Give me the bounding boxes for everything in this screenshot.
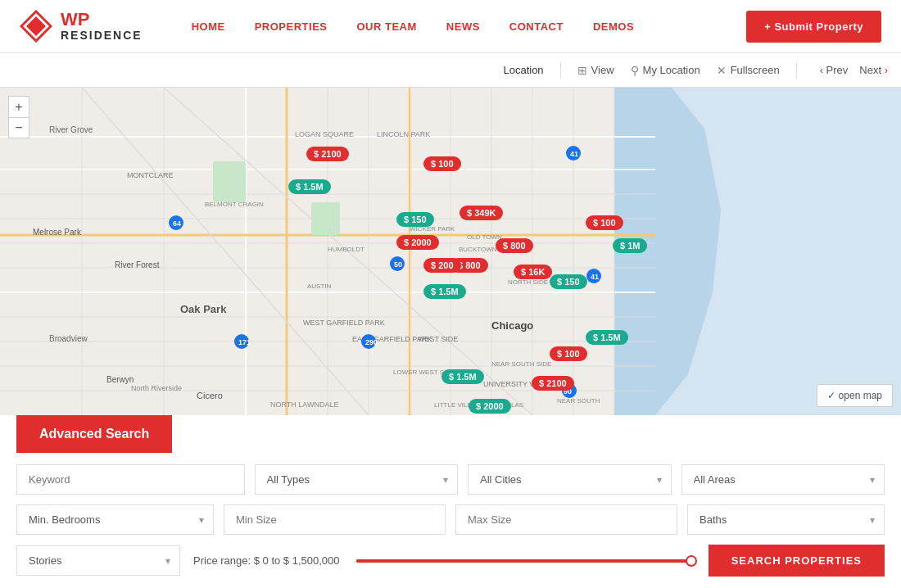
all-areas-wrapper: All Areas: [681, 464, 885, 495]
svg-text:NORTH SIDE: NORTH SIDE: [508, 278, 548, 286]
logo-icon: [20, 10, 52, 43]
svg-text:North Riverside: North Riverside: [131, 384, 182, 392]
svg-text:WEST GARFIELD PARK: WEST GARFIELD PARK: [303, 319, 385, 327]
prev-button[interactable]: ‹ Prev: [820, 64, 849, 76]
price-marker[interactable]: $ 2100: [532, 376, 574, 391]
price-marker[interactable]: $ 1.5M: [288, 179, 331, 194]
logo[interactable]: WP RESIDENCE: [20, 10, 143, 43]
all-cities-select[interactable]: All Cities: [468, 464, 672, 495]
all-types-wrapper: All Types: [255, 464, 459, 495]
svg-text:LOGAN SQUARE: LOGAN SQUARE: [295, 130, 354, 138]
svg-text:64: 64: [173, 219, 181, 228]
min-bedrooms-select[interactable]: Min. Bedrooms: [16, 504, 214, 535]
all-areas-select[interactable]: All Areas: [681, 464, 885, 495]
svg-text:AUSTIN: AUSTIN: [307, 283, 332, 290]
price-marker[interactable]: $ 100: [550, 346, 587, 361]
svg-text:HUMBOLDT: HUMBOLDT: [328, 246, 364, 253]
svg-text:River Forest: River Forest: [115, 260, 160, 269]
svg-text:BUCKTOWN: BUCKTOWN: [459, 246, 497, 253]
search-row-3: Stories Price range: $ 0 to $ 1,500,000 …: [16, 545, 885, 577]
keyword-input[interactable]: [16, 464, 245, 495]
fullscreen-button[interactable]: ✕ Fullscreen: [717, 64, 780, 77]
map-toolbar: Location ⊞ View ⚲ My Location ✕ Fullscre…: [0, 53, 901, 88]
search-row-1: All Types All Cities All Areas: [16, 464, 885, 495]
toolbar-divider-2: [796, 63, 797, 78]
svg-text:Broadview: Broadview: [49, 334, 88, 343]
logo-wp: WP: [61, 10, 143, 29]
my-location-button[interactable]: ⚲ My Location: [631, 64, 700, 77]
submit-property-button[interactable]: + Submit Property: [746, 11, 881, 43]
svg-text:Melrose Park: Melrose Park: [33, 228, 82, 237]
svg-rect-31: [213, 161, 246, 202]
fullscreen-icon: ✕: [717, 64, 727, 77]
svg-text:NEAR SOUTH: NEAR SOUTH: [557, 397, 600, 405]
search-panel: Advanced Search All Types All Cities All…: [0, 415, 901, 588]
price-marker[interactable]: $ 100: [423, 156, 461, 171]
price-range-label: Price range: $ 0 to $ 1,500,000: [193, 554, 340, 567]
price-marker[interactable]: $ 1.5M: [441, 369, 484, 384]
nav-home[interactable]: HOME: [192, 20, 225, 33]
next-button[interactable]: Next ›: [859, 64, 888, 76]
price-marker[interactable]: $ 1M: [613, 238, 647, 253]
search-row-2: Min. Bedrooms Baths: [16, 504, 885, 535]
baths-wrapper: Baths: [687, 504, 885, 535]
open-map-button[interactable]: ✓ open map: [817, 384, 893, 407]
logo-residence: RESIDENCE: [61, 29, 143, 42]
price-slider-track: [356, 559, 692, 563]
stories-select[interactable]: Stories: [16, 545, 180, 576]
svg-text:NEAR SOUTH SIDE: NEAR SOUTH SIDE: [491, 360, 551, 368]
svg-text:290: 290: [365, 338, 378, 346]
price-marker[interactable]: $ 1.5M: [423, 284, 466, 299]
svg-text:Chicago: Chicago: [491, 319, 533, 332]
min-size-input[interactable]: [224, 504, 446, 535]
svg-text:171: 171: [238, 338, 251, 346]
nav-contact[interactable]: CONTACT: [509, 20, 564, 33]
svg-rect-32: [311, 202, 340, 235]
svg-text:Oak Park: Oak Park: [180, 303, 227, 315]
map-container[interactable]: River Grove MONTCLARE BELMONT CRAGIN Mel…: [0, 88, 901, 415]
all-cities-wrapper: All Cities: [468, 464, 672, 495]
svg-text:41: 41: [591, 273, 599, 281]
svg-text:MONTCLARE: MONTCLARE: [127, 171, 174, 179]
main-nav: HOME PROPERTIES OUR TEAM NEWS CONTACT DE…: [192, 20, 746, 33]
nav-our-team[interactable]: OUR TEAM: [356, 20, 416, 33]
svg-text:50: 50: [394, 260, 402, 269]
price-marker[interactable]: $ 800: [496, 238, 533, 253]
svg-text:OLD TOWN: OLD TOWN: [467, 233, 502, 241]
header: WP RESIDENCE HOME PROPERTIES OUR TEAM NE…: [0, 0, 901, 53]
baths-select[interactable]: Baths: [687, 504, 885, 535]
price-slider-thumb[interactable]: [686, 555, 697, 567]
stories-wrapper: Stories: [16, 545, 180, 576]
price-marker[interactable]: $ 16K: [514, 265, 552, 279]
advanced-search-button[interactable]: Advanced Search: [16, 415, 172, 453]
breadcrumb-location: Location: [503, 64, 543, 76]
search-properties-button[interactable]: SEARCH PROPERTIES: [709, 545, 885, 577]
toolbar-divider: [560, 63, 561, 78]
zoom-out-button[interactable]: −: [8, 117, 29, 138]
price-slider[interactable]: [356, 559, 692, 563]
price-marker[interactable]: $ 2100: [306, 147, 349, 161]
svg-text:Berwyn: Berwyn: [106, 375, 134, 384]
price-marker[interactable]: $ 150: [396, 212, 434, 227]
view-button[interactable]: ⊞ View: [577, 64, 614, 77]
svg-text:LINCOLN PARK: LINCOLN PARK: [377, 130, 430, 138]
svg-text:BELMONT CRAGIN: BELMONT CRAGIN: [205, 201, 264, 208]
toolbar-nav: ‹ Prev Next ›: [820, 64, 888, 76]
map-controls: + −: [8, 96, 29, 138]
price-marker[interactable]: $ 200: [423, 258, 461, 273]
min-bedrooms-wrapper: Min. Bedrooms: [16, 504, 214, 535]
price-marker[interactable]: $ 1.5M: [586, 330, 628, 345]
nav-properties[interactable]: PROPERTIES: [255, 20, 328, 33]
nav-demos[interactable]: DEMOS: [593, 20, 634, 33]
price-marker[interactable]: $ 349K: [460, 206, 503, 220]
price-marker[interactable]: $ 2000: [469, 399, 511, 414]
zoom-in-button[interactable]: +: [8, 96, 29, 117]
svg-text:WEST SIDE: WEST SIDE: [418, 335, 458, 343]
price-marker[interactable]: $ 2000: [396, 235, 439, 250]
nav-news[interactable]: NEWS: [446, 20, 480, 33]
price-marker[interactable]: $ 100: [586, 215, 623, 230]
price-marker[interactable]: $ 150: [550, 274, 587, 289]
all-types-select[interactable]: All Types: [255, 464, 459, 495]
max-size-input[interactable]: [455, 504, 677, 535]
svg-text:41: 41: [570, 150, 578, 158]
